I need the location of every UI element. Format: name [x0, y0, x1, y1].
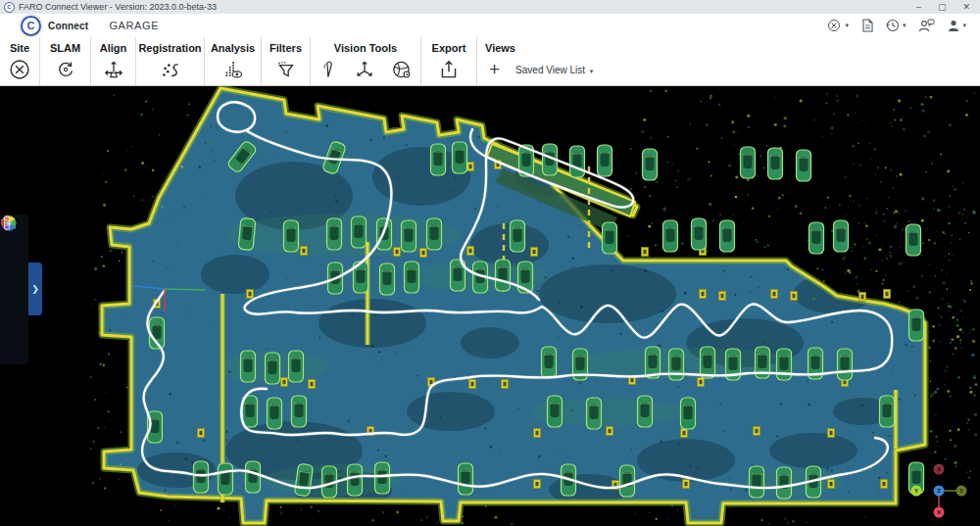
car-pointcloud — [405, 262, 419, 293]
group-label: Align — [100, 42, 127, 54]
group-label: Registration — [138, 42, 201, 54]
viewport[interactable]: XXYYZ ❯ — [0, 86, 980, 526]
app-icon: C — [4, 2, 15, 13]
filters-button[interactable] — [274, 58, 298, 81]
color-wheel-icon[interactable] — [6, 321, 24, 339]
ribbon-group-site: Site — [0, 37, 40, 85]
car-pointcloud — [620, 465, 635, 497]
car-pointcloud — [402, 220, 416, 252]
svg-text:X: X — [937, 466, 941, 472]
brightness-icon[interactable] — [6, 280, 24, 298]
titlebar: C FARO Connect Viewer - Version: 2023.0.… — [0, 0, 980, 14]
car-pointcloud — [692, 218, 707, 250]
ribbon-group-views: Views + Saved View List ▾ — [477, 37, 980, 85]
point-density-icon[interactable] — [6, 301, 24, 318]
car-pointcloud — [266, 353, 280, 384]
group-label: Views — [477, 42, 515, 54]
analysis-button[interactable] — [221, 58, 245, 81]
ribbon-group-filters: Filters — [262, 37, 311, 85]
car-pointcloud — [431, 144, 446, 175]
car-pointcloud — [289, 351, 304, 382]
document-tab[interactable]: GARAGE — [109, 20, 159, 31]
car-pointcloud — [880, 396, 895, 427]
car-pointcloud — [681, 398, 696, 429]
minimize-button[interactable]: – — [916, 0, 921, 14]
car-pointcloud — [427, 218, 442, 250]
car-pointcloud — [598, 145, 612, 176]
contact-support-button[interactable] — [918, 19, 935, 32]
export-button[interactable] — [437, 58, 461, 81]
user-menu-button[interactable]: ▾ — [948, 19, 966, 32]
car-pointcloud — [241, 351, 256, 382]
car-pointcloud — [797, 150, 811, 181]
expand-panel-tab[interactable]: ❯ — [28, 263, 42, 315]
measure-ruler-icon[interactable] — [6, 342, 24, 359]
car-pointcloud — [352, 216, 367, 248]
car-pointcloud — [750, 466, 764, 498]
car-pointcloud — [238, 217, 256, 250]
car-pointcloud — [284, 220, 299, 252]
vision-axes-button[interactable] — [353, 58, 376, 81]
car-pointcloud — [909, 310, 924, 341]
car-pointcloud — [511, 220, 525, 252]
close-button[interactable]: ✕ — [962, 0, 970, 14]
car-pointcloud — [838, 349, 853, 380]
svg-text:Y: Y — [959, 488, 963, 494]
ribbon-group-vision-tools: Vision Tools — [311, 37, 421, 85]
caret-down-icon: ▾ — [962, 22, 966, 29]
car-pointcloud — [348, 464, 363, 496]
group-label: SLAM — [50, 42, 80, 54]
target-menu-button[interactable]: ▾ — [827, 19, 849, 32]
car-pointcloud — [292, 396, 307, 427]
car-pointcloud — [570, 146, 585, 177]
group-label: Vision Tools — [334, 42, 397, 54]
car-pointcloud — [459, 463, 473, 495]
grid-icon[interactable] — [6, 240, 24, 258]
car-pointcloud — [542, 347, 557, 378]
car-pointcloud — [809, 222, 824, 254]
car-pointcloud — [638, 396, 653, 427]
ribbon-group-slam: SLAM — [40, 37, 91, 85]
car-pointcloud — [453, 142, 467, 173]
car-pointcloud — [834, 220, 849, 252]
svg-text:X: X — [937, 509, 941, 515]
svg-text:Z: Z — [937, 488, 941, 494]
caret-down-icon: ▾ — [590, 68, 594, 74]
caret-down-icon: ▾ — [903, 22, 906, 29]
pointcloud-canvas[interactable]: XXYYZ — [0, 86, 980, 526]
view-tools-panel — [0, 215, 28, 364]
group-label: Filters — [270, 42, 302, 54]
car-pointcloud — [246, 461, 261, 493]
saved-view-list-dropdown[interactable]: Saved View List ▾ — [515, 65, 593, 75]
history-menu-button[interactable]: ▾ — [886, 19, 906, 32]
maximize-button[interactable]: ▢ — [938, 0, 947, 14]
ribbon: Site SLAM Align Registration Analysis — [0, 37, 980, 86]
report-button[interactable] — [861, 19, 873, 32]
registration-button[interactable] — [159, 58, 182, 81]
group-label: Analysis — [211, 42, 255, 54]
car-pointcloud — [906, 224, 921, 256]
ribbon-group-registration: Registration — [136, 37, 205, 85]
vision-pin-button[interactable] — [318, 59, 339, 80]
car-pointcloud — [741, 147, 756, 178]
car-pointcloud — [663, 220, 678, 252]
ribbon-group-export: Export — [421, 37, 477, 85]
vision-globe-button[interactable] — [390, 58, 414, 81]
app-window: C FARO Connect Viewer - Version: 2023.0.… — [0, 0, 980, 526]
car-pointcloud — [268, 398, 282, 429]
shading-sphere-icon[interactable] — [6, 261, 24, 278]
car-pointcloud — [603, 222, 617, 254]
align-button[interactable] — [102, 58, 125, 81]
car-pointcloud — [643, 149, 658, 180]
car-pointcloud — [777, 467, 792, 499]
add-view-button[interactable]: + — [489, 60, 500, 79]
appbar: C Connect GARAGE ▾ ▾ ▾ — [0, 14, 980, 37]
car-pointcloud — [496, 260, 511, 291]
car-pointcloud — [720, 220, 735, 252]
site-button[interactable] — [8, 58, 31, 81]
connect-logo-text: Connect — [48, 21, 88, 31]
car-pointcloud — [327, 218, 342, 250]
ribbon-group-align: Align — [91, 37, 136, 85]
connect-logo-icon: C — [21, 16, 41, 36]
slam-button[interactable] — [55, 59, 76, 80]
